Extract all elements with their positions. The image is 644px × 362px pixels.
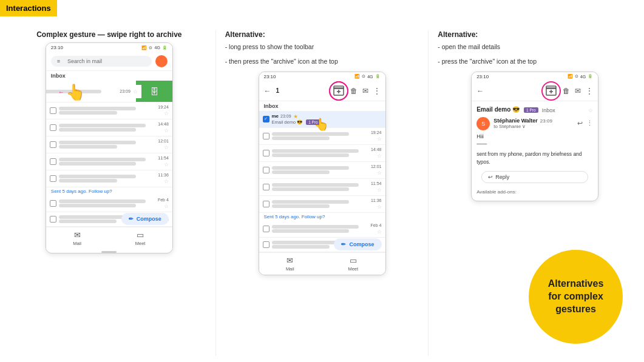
ec-p2-5 bbox=[272, 183, 368, 192]
battery-icon-2: 🔋 bbox=[375, 74, 381, 79]
more-icon-3[interactable]: ⋮ bbox=[586, 87, 593, 95]
pb-p2-7b bbox=[272, 229, 349, 233]
signal-icon-3: 📶 bbox=[568, 74, 573, 79]
compose-btn-1[interactable]: ✏ Compose bbox=[121, 213, 169, 225]
checkbox-8[interactable] bbox=[50, 216, 56, 223]
selected-email-row-2: ✓ me 23:09 ★ Email demo 😎 1 Pro 👆 bbox=[259, 111, 385, 128]
ec-p2-3 bbox=[272, 149, 368, 158]
email-row-4: 12:01 ☆ bbox=[46, 136, 172, 153]
panel-2: Alternative: - long press to show the to… bbox=[225, 30, 419, 356]
compose-pencil-1: ✏ bbox=[129, 216, 134, 222]
t-p2-3: 14:48 bbox=[371, 147, 382, 152]
nav-mail-icon-2: ✉ bbox=[286, 256, 293, 265]
checkbox-5[interactable] bbox=[50, 158, 56, 165]
reply-icon-3[interactable]: ↩ bbox=[577, 119, 583, 127]
action-toolbar-3: ← 🗑 ✉ ⋮ bbox=[472, 81, 598, 101]
checkbox-6[interactable] bbox=[50, 175, 56, 182]
more-icon-2[interactable]: ⋮ bbox=[373, 87, 381, 95]
mail-icon-3[interactable]: ✉ bbox=[575, 87, 581, 95]
back-btn-2[interactable]: ← bbox=[264, 87, 271, 95]
more-icon-detail-3[interactable]: ⋮ bbox=[586, 119, 593, 127]
pb-p2-3a bbox=[272, 149, 359, 153]
bar-2a bbox=[59, 107, 137, 110]
delete-icon-2[interactable]: 🗑 bbox=[350, 87, 358, 95]
archive-icon-highlighted-2[interactable] bbox=[332, 84, 345, 98]
checkbox-3[interactable] bbox=[50, 124, 56, 131]
panel2-desc-1: - long press to show the toolbar bbox=[225, 42, 419, 52]
pb-p2-6b bbox=[272, 204, 330, 208]
nav-meet-2[interactable]: ▭ Meet bbox=[348, 256, 358, 272]
separator-2 bbox=[428, 30, 429, 356]
email-detail-3: Email demo 😎 1 Pro Inbox ☆ S Stéphanie W… bbox=[472, 101, 598, 201]
cb-p2-2[interactable] bbox=[263, 133, 269, 139]
panel3-desc-1: - open the mail details bbox=[438, 42, 632, 52]
nav-meet-label-1: Meet bbox=[135, 241, 146, 246]
s-p2-4: ☆ bbox=[377, 170, 382, 176]
email-row-p2-4: 12:01 ☆ bbox=[259, 162, 385, 179]
star-2: ☆ bbox=[164, 110, 169, 116]
ec-p2-7 bbox=[272, 224, 368, 233]
cb-p2-4[interactable] bbox=[263, 167, 269, 173]
nav-meet-icon-2: ▭ bbox=[350, 256, 357, 265]
bar-3a bbox=[59, 124, 146, 127]
swipe-arrow: ← bbox=[58, 88, 64, 95]
delete-icon-3[interactable]: 🗑 bbox=[563, 87, 570, 95]
time-4: 12:01 bbox=[158, 139, 169, 143]
nav-mail-1[interactable]: ✉ Mail bbox=[73, 230, 81, 246]
email-content-3 bbox=[59, 123, 155, 132]
status-icons-3: 📶 ⊙ 4G 🔋 bbox=[568, 74, 593, 79]
search-bar-1[interactable]: ≡ Search in mail bbox=[51, 56, 152, 67]
reply-btn-3[interactable]: ↩ Reply bbox=[481, 171, 588, 183]
t-p2-5: 11:54 bbox=[371, 181, 382, 186]
checkbox-7[interactable] bbox=[50, 200, 56, 207]
to-label-3: to Stéphanie ∨ bbox=[493, 124, 574, 129]
panel3-title: Alternative: bbox=[438, 30, 632, 39]
cb-p2-6[interactable] bbox=[263, 201, 269, 207]
star-6: ☆ bbox=[164, 178, 169, 184]
nav-mail-label-2: Mail bbox=[286, 266, 294, 272]
inbox-label-2: Inbox bbox=[259, 101, 385, 111]
checkbox-2[interactable] bbox=[50, 107, 56, 114]
nav-mail-2[interactable]: ✉ Mail bbox=[286, 256, 294, 272]
compose-label-1: Compose bbox=[137, 216, 161, 222]
archive-icon-highlighted-3[interactable] bbox=[544, 84, 558, 98]
time-2: 19:24 bbox=[158, 105, 169, 109]
checkbox-selected-2[interactable]: ✓ bbox=[263, 116, 269, 122]
bar-8b bbox=[59, 220, 117, 223]
pb-p2-8b bbox=[272, 245, 330, 249]
time-7: Feb 4 bbox=[158, 198, 169, 202]
cb-p2-7[interactable] bbox=[263, 226, 269, 232]
mail-icon-2[interactable]: ✉ bbox=[362, 87, 368, 95]
cb-p2-3[interactable] bbox=[263, 150, 269, 156]
email-content-7 bbox=[59, 199, 155, 208]
status-icons-2: 📶 ⊙ 4G 🔋 bbox=[354, 74, 380, 79]
svg-rect-0 bbox=[334, 88, 344, 95]
wifi-icon: ⊙ bbox=[149, 45, 152, 50]
email-row-5: 11:54 ☆ bbox=[46, 153, 172, 170]
email-row-p2-8: Feb 8 ✏ Compose bbox=[259, 238, 385, 252]
nav-meet-1[interactable]: ▭ Meet bbox=[135, 230, 146, 246]
star-detail-3: ☆ bbox=[588, 107, 593, 113]
body-line1-3: Hiii bbox=[476, 133, 593, 141]
time-6: 11:36 bbox=[158, 173, 169, 177]
pb-p2-7a bbox=[272, 225, 359, 229]
cb-p2-8[interactable] bbox=[263, 241, 269, 248]
panel1-title: Complex gesture — swipe right to archive bbox=[12, 30, 206, 39]
compose-btn-2[interactable]: ✏ Compose bbox=[334, 238, 381, 250]
back-btn-3[interactable]: ← bbox=[476, 87, 484, 95]
action-toolbar-2: ← 1 🗑 ✉ ⋮ bbox=[259, 81, 385, 101]
bar-4a bbox=[59, 141, 137, 144]
sender-row-3: S Stéphanie Walter 23:09 to Stéphanie ∨ … bbox=[476, 117, 593, 130]
star-5: ☆ bbox=[164, 161, 169, 167]
email-row-p2-7: Feb 4 ☆ bbox=[259, 221, 385, 238]
checkbox-4[interactable] bbox=[50, 141, 56, 148]
swipe-green-bg: 🗄 bbox=[136, 81, 172, 102]
time-p2: 23:10 bbox=[264, 74, 276, 79]
cb-p2-5[interactable] bbox=[263, 184, 269, 190]
panel-3: Alternative: - open the mail details - p… bbox=[438, 30, 632, 356]
inbox-badge-3: Inbox bbox=[542, 107, 555, 113]
sender-time-3: 23:09 bbox=[540, 118, 552, 124]
wifi-icon-3: ⊙ bbox=[575, 74, 578, 79]
pb-p2-5b bbox=[272, 187, 350, 191]
panel-1: Complex gesture — swipe right to archive… bbox=[12, 30, 206, 356]
